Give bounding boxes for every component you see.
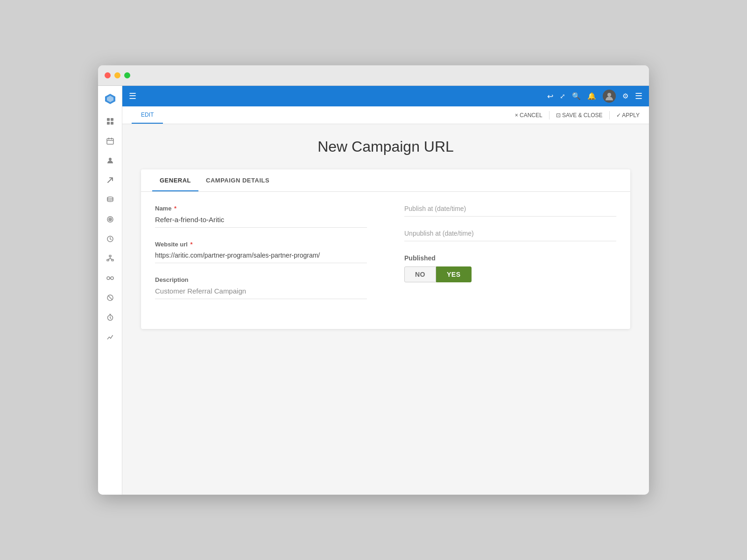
navbar-left: ☰	[129, 91, 136, 101]
browser-titlebar	[98, 65, 649, 86]
sidebar-item-campaigns[interactable]	[102, 172, 119, 189]
page-content: New Campaign URL GENERAL CAMPAIGN DETAIL…	[122, 124, 649, 495]
sidebar-item-contacts[interactable]	[102, 152, 119, 169]
svg-point-10	[109, 158, 112, 161]
sidebar-item-calendar[interactable]	[102, 133, 119, 149]
tab-edit[interactable]: EDIT	[132, 106, 163, 124]
unpublish-at-label[interactable]: Unpublish at (date/time)	[404, 230, 616, 241]
apply-button[interactable]: ✓ APPLY	[616, 112, 640, 119]
name-label: Name *	[155, 205, 367, 212]
svg-line-26	[108, 296, 112, 300]
page-title: New Campaign URL	[141, 138, 630, 155]
website-url-field-group: Website url * https://aritic.com/partner…	[155, 241, 367, 263]
published-label: Published	[404, 254, 616, 262]
sidebar-item-reports[interactable]	[102, 329, 119, 345]
sidebar	[98, 86, 122, 495]
svg-rect-3	[111, 118, 113, 121]
tab-campaign-details[interactable]: CAMPAIGN DETAILS	[198, 169, 277, 191]
minimize-button[interactable]	[114, 72, 120, 78]
published-toggle: NO YES	[404, 266, 616, 282]
sidebar-item-target[interactable]	[102, 211, 119, 228]
description-value[interactable]: Customer Referral Campaign	[155, 287, 367, 299]
name-field-group: Name * Refer-a-friend-to-Aritic	[155, 205, 367, 228]
form-left-section: Name * Refer-a-friend-to-Aritic Website …	[155, 205, 367, 312]
back-icon[interactable]: ↩	[547, 92, 553, 101]
sidebar-item-assets[interactable]	[102, 270, 119, 287]
toggle-yes[interactable]: YES	[436, 266, 472, 282]
form-tabs: GENERAL CAMPAIGN DETAILS	[141, 169, 630, 192]
svg-point-11	[107, 197, 113, 199]
sidebar-item-hierarchy[interactable]	[102, 250, 119, 267]
sidebar-item-clock[interactable]	[102, 231, 119, 247]
website-url-label: Website url *	[155, 241, 367, 248]
description-label: Description	[155, 276, 367, 283]
svg-line-21	[110, 259, 113, 259]
svg-rect-2	[107, 118, 110, 121]
browser-body: ☰ ↩ ⤢ 🔍 🔔 ⚙ ☰ EDIT	[98, 86, 649, 495]
name-value[interactable]: Refer-a-friend-to-Aritic	[155, 216, 367, 228]
navbar-right: ↩ ⤢ 🔍 🔔 ⚙ ☰	[547, 90, 642, 103]
svg-rect-16	[109, 255, 111, 257]
maximize-button[interactable]	[124, 72, 130, 78]
description-field-group: Description Customer Referral Campaign	[155, 276, 367, 299]
tab-general[interactable]: GENERAL	[152, 169, 198, 191]
publish-at-field: Publish at (date/time)	[404, 205, 616, 217]
svg-rect-6	[107, 139, 113, 144]
sidebar-item-ban[interactable]	[102, 289, 119, 306]
sidebar-item-timer[interactable]	[102, 309, 119, 326]
sub-navbar-actions: × CANCEL ⊡ SAVE & CLOSE ✓ APPLY	[515, 111, 640, 119]
form-body: Name * Refer-a-friend-to-Aritic Website …	[141, 192, 630, 329]
top-navbar: ☰ ↩ ⤢ 🔍 🔔 ⚙ ☰	[122, 86, 649, 106]
form-right-section: Publish at (date/time) Unpublish at (dat…	[404, 205, 616, 312]
fullscreen-icon[interactable]: ⤢	[560, 92, 565, 100]
svg-line-20	[108, 259, 110, 259]
unpublish-at-field: Unpublish at (date/time)	[404, 230, 616, 241]
form-card: GENERAL CAMPAIGN DETAILS Name * Refer-a-…	[141, 169, 630, 329]
notification-icon[interactable]: 🔔	[587, 92, 596, 100]
browser-window: ☰ ↩ ⤢ 🔍 🔔 ⚙ ☰ EDIT	[98, 65, 649, 495]
svg-rect-17	[107, 259, 109, 261]
close-button[interactable]	[105, 72, 111, 78]
svg-point-14	[110, 219, 111, 220]
sidebar-item-grid[interactable]	[102, 113, 119, 130]
search-icon[interactable]: 🔍	[572, 92, 581, 100]
svg-point-30	[607, 93, 611, 97]
settings-icon[interactable]: ⚙	[622, 92, 628, 100]
sidebar-item-stack[interactable]	[102, 191, 119, 208]
save-close-button[interactable]: ⊡ SAVE & CLOSE	[556, 112, 603, 119]
website-url-value[interactable]: https://aritic.com/partner-program/sales…	[155, 252, 367, 263]
url-required: *	[189, 241, 193, 248]
toggle-no[interactable]: NO	[404, 266, 436, 282]
publish-at-label[interactable]: Publish at (date/time)	[404, 205, 616, 217]
main-area: ☰ ↩ ⤢ 🔍 🔔 ⚙ ☰ EDIT	[122, 86, 649, 495]
svg-rect-4	[107, 122, 110, 125]
svg-point-23	[111, 277, 113, 280]
more-icon[interactable]: ☰	[635, 91, 642, 101]
published-field: Published NO YES	[404, 254, 616, 282]
sidebar-logo	[102, 91, 119, 107]
divider2	[609, 111, 610, 119]
svg-rect-18	[112, 259, 113, 261]
avatar[interactable]	[603, 90, 616, 103]
svg-point-22	[107, 277, 110, 280]
hamburger-icon[interactable]: ☰	[129, 91, 136, 101]
name-required: *	[172, 205, 176, 212]
cancel-button[interactable]: × CANCEL	[515, 112, 543, 119]
sub-navbar: EDIT × CANCEL ⊡ SAVE & CLOSE ✓ APPLY	[122, 106, 649, 124]
svg-rect-5	[111, 122, 113, 125]
divider	[549, 111, 550, 119]
sub-navbar-tabs: EDIT	[132, 106, 163, 124]
